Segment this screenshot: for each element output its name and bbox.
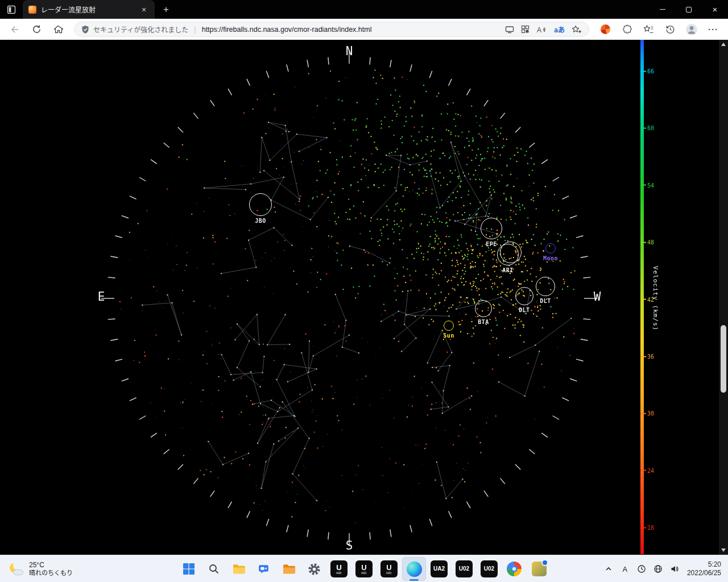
tab-radar-meteor[interactable]: レーダー流星放射 × [23,0,155,19]
svg-text:A: A [537,26,541,34]
chat-camera-icon [257,562,271,576]
weather-widget[interactable]: 25°C 晴れのちくもり [2,557,78,581]
security-extension-icon[interactable] [595,21,615,38]
colorbar-tick: 60 [640,125,654,131]
colorbar-tick: 66 [640,68,654,74]
maximize-icon [686,7,692,13]
uhd-app-icon: UHD [355,560,373,577]
notify-app-button[interactable] [527,557,551,581]
edge-icon [407,562,422,577]
clock-widget[interactable]: 5:20 2022/06/25 [687,560,721,577]
compass-north: N [346,44,353,58]
colorbar-tick: 18 [640,525,654,531]
tab-layout-icon[interactable] [0,0,23,19]
translate-icon[interactable]: aあ [554,24,565,34]
sky-map-canvas [0,40,728,555]
tray-chevron-icon[interactable] [601,558,616,580]
back-arrow-icon [10,24,20,35]
security-shield-icon [81,25,89,34]
refresh-icon [32,24,42,34]
favorites-icon[interactable] [638,21,659,38]
radiant-label: ARI [502,267,514,273]
ua2-app-button[interactable]: UA2 [427,557,451,581]
radiant-label: BTA [478,319,489,325]
minimize-icon [660,9,665,10]
velocity-axis-label: Velocity (km/s) [652,266,659,331]
cmor-sky-map: N E W S JBOEPEARIDLTDLTBTASunMoon 666054… [0,40,728,555]
address-bar[interactable]: セキュリティが強化されました | https://fireballs.ndc.n… [74,22,589,37]
url-text[interactable]: https://fireballs.ndc.nasa.gov/cmor-radi… [202,26,502,34]
uo2-app-icon: U02 [456,560,473,577]
add-favorite-icon[interactable] [572,25,582,34]
address-bar-icons: A aあ [505,24,582,34]
tray-clock-icon[interactable] [634,558,649,580]
tab-close-icon[interactable]: × [139,5,149,15]
ime-indicator[interactable]: A [618,558,632,580]
refresh-button[interactable] [26,21,47,38]
ua2-app-icon: UA2 [431,560,448,577]
maximize-button[interactable] [676,0,702,19]
uhd-app-button-1[interactable]: UHD [327,557,351,581]
home-button[interactable] [48,21,68,38]
scroll-down-icon[interactable] [721,548,726,552]
navigation-bar: セキュリティが強化されました | https://fireballs.ndc.n… [0,19,728,40]
colorbar-tick: 36 [640,354,654,360]
settings-button[interactable] [302,557,326,581]
compass-east: E [98,290,105,304]
send-to-device-icon[interactable] [505,25,514,34]
search-icon [208,563,220,575]
scroll-up-icon[interactable] [721,43,726,46]
chat-button[interactable] [252,557,276,581]
uhd-app-button-2[interactable]: UHD [352,557,376,581]
weather-temp: 25°C [29,561,73,569]
radiant-label: Moon [543,255,558,261]
radiant-label: DLT [519,307,530,313]
apps-grid-icon[interactable] [521,25,530,34]
file-explorer-button[interactable] [227,557,251,581]
address-separator: | [194,25,196,34]
search-button[interactable] [202,557,226,581]
browser-window: レーダー流星放射 × + × セキュリティが強化されました | https://… [0,0,728,582]
tray-time: 5:20 [687,560,721,569]
uhd-app-button-3[interactable]: UHD [377,557,401,581]
minimize-button[interactable] [650,0,676,19]
uo2-app-button-1[interactable]: U02 [452,557,476,581]
orange-folder-button[interactable] [277,557,301,581]
weather-moon-cloud-icon [8,560,25,577]
colorbar-tick: 48 [640,239,654,246]
uo2-app-button-2[interactable]: U02 [477,557,501,581]
tray-date: 2022/06/25 [687,569,721,577]
extensions-puzzle-icon[interactable] [617,21,637,38]
pinwheel-icon [601,24,610,34]
pinwheel-app-icon [507,562,522,576]
weather-condition: 晴れのちくもり [29,569,73,577]
profile-avatar[interactable] [681,21,702,38]
pinwheel-app-button[interactable] [502,557,526,581]
orange-folder-icon [282,562,296,576]
new-tab-button[interactable]: + [158,2,174,18]
uhd-app-icon: UHD [330,560,348,577]
colorbar-tick: 30 [640,410,654,417]
tab-bar: レーダー流星放射 × + × [0,0,728,19]
page-scrollbar[interactable] [719,40,728,555]
taskbar-center: UHD UHD UHD UA2 U02 U02 [177,557,551,581]
tab-favicon-icon [28,6,36,14]
radiant-label: DLT [540,298,551,304]
settings-menu-icon[interactable]: ··· [703,21,723,38]
back-button[interactable] [5,21,25,38]
read-aloud-icon[interactable]: A [536,25,547,34]
start-button[interactable] [177,557,201,581]
home-icon [53,24,63,35]
close-window-button[interactable]: × [702,0,728,19]
gear-icon [308,563,321,576]
window-pane-icon [7,5,16,14]
scrollbar-thumb[interactable] [721,325,726,393]
edge-browser-button[interactable] [402,557,426,581]
history-icon[interactable] [660,21,680,38]
colorbar-tick: 54 [640,182,654,188]
network-icon[interactable] [651,558,665,580]
uhd-app-icon: UHD [380,560,398,577]
compass-south: S [346,539,353,552]
volume-icon[interactable] [667,558,682,580]
notification-badge [541,559,548,566]
